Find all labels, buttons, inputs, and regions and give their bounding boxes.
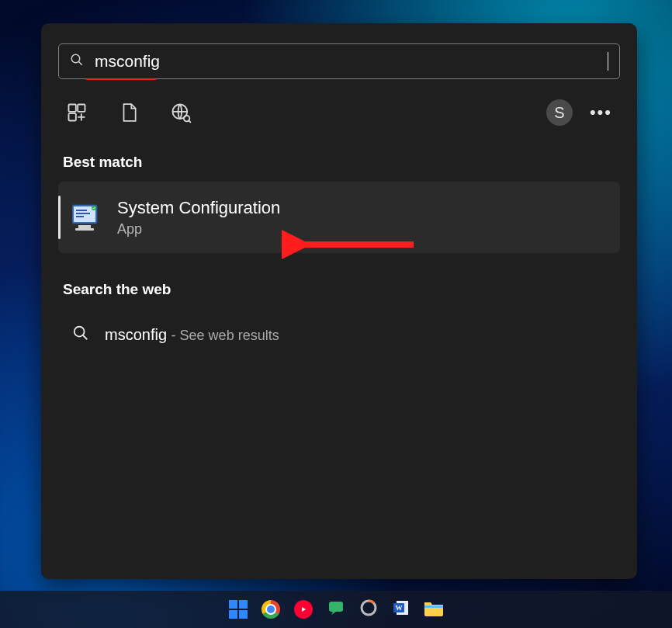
svg-line-18: [83, 335, 88, 340]
svg-rect-24: [424, 605, 443, 608]
svg-rect-12: [76, 216, 84, 217]
taskbar-youtube-music[interactable]: [293, 599, 314, 620]
filter-row: S •••: [58, 99, 620, 126]
file-explorer-icon: [424, 599, 444, 619]
svg-line-1: [78, 61, 82, 65]
search-icon: [70, 53, 84, 70]
best-match-title: System Configuration: [117, 198, 280, 218]
start-button[interactable]: [227, 599, 249, 620]
web-result-term: msconfig: [105, 326, 167, 343]
youtube-music-icon: [294, 600, 313, 619]
windows-logo-icon: [229, 600, 248, 619]
annotation-underline: [86, 78, 156, 80]
svg-rect-2: [69, 105, 76, 112]
svg-rect-4: [69, 113, 76, 120]
best-match-result[interactable]: System Configuration App: [58, 182, 620, 253]
best-match-subtitle: App: [117, 221, 280, 238]
filter-web-icon[interactable]: [170, 102, 192, 123]
web-result-suffix: - See web results: [171, 328, 279, 343]
word-icon: W: [392, 599, 410, 620]
section-label-best-match: Best match: [63, 154, 615, 171]
svg-rect-3: [78, 105, 85, 112]
taskbar-word[interactable]: W: [390, 599, 412, 620]
start-search-panel: S ••• Best match System Configuration Ap…: [41, 23, 637, 579]
svg-point-17: [74, 327, 85, 337]
svg-rect-11: [76, 213, 90, 214]
taskbar-chat[interactable]: [325, 599, 347, 620]
svg-point-0: [71, 54, 80, 63]
svg-rect-15: [75, 228, 94, 231]
svg-rect-10: [76, 210, 87, 211]
taskbar-chrome[interactable]: [260, 599, 282, 620]
svg-text:W: W: [396, 604, 403, 612]
svg-point-6: [184, 116, 189, 121]
search-input[interactable]: [93, 51, 598, 71]
system-configuration-icon: [72, 203, 102, 231]
taskbar: W: [0, 591, 672, 628]
taskbar-app-ring[interactable]: [358, 599, 379, 620]
search-box[interactable]: [58, 43, 620, 79]
section-label-search-web: Search the web: [63, 281, 615, 298]
filter-apps-icon[interactable]: [66, 102, 88, 123]
user-avatar[interactable]: S: [546, 99, 573, 126]
svg-rect-14: [78, 225, 91, 228]
filter-documents-icon[interactable]: [119, 102, 139, 123]
search-icon: [72, 324, 89, 345]
more-options-icon[interactable]: •••: [590, 102, 612, 123]
ring-app-icon: [359, 599, 378, 620]
svg-rect-19: [329, 602, 343, 612]
chat-icon: [327, 599, 345, 620]
svg-line-7: [189, 121, 191, 123]
web-result-row[interactable]: msconfig - See web results: [58, 309, 620, 345]
text-cursor: [608, 52, 608, 71]
taskbar-file-explorer[interactable]: [423, 599, 445, 620]
chrome-icon: [262, 600, 280, 619]
selection-indicator: [58, 196, 61, 239]
